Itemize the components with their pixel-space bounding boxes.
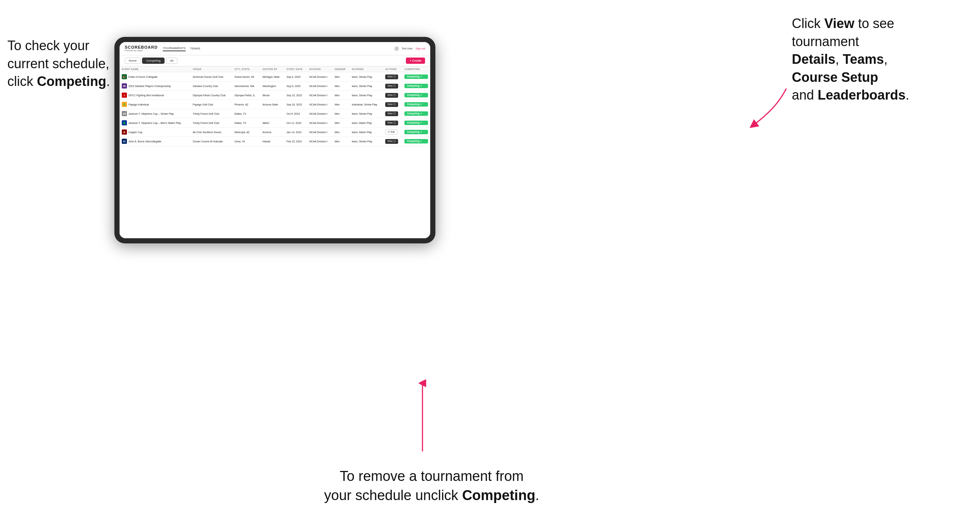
event-name-cell-2: I OFCC Fighting Illini Invitational	[119, 91, 190, 100]
event-name-cell-6: A Copper Cup	[119, 128, 190, 137]
header-right: Test User Sign out	[395, 46, 425, 51]
start-date-cell-3: Sep 18, 2023	[285, 100, 307, 109]
actions-cell-6: ✏ Edit	[383, 128, 402, 137]
table-row: JS Jackson T. Stephens Cup – Stroke Play…	[119, 109, 430, 118]
competing-cell-6[interactable]: Competing ✓	[402, 128, 430, 137]
event-name-cell-5: 🌲 Jackson T. Stephens Cup – Men's Match …	[119, 118, 190, 128]
start-date-cell-7: Feb 15, 2024	[285, 137, 307, 146]
arrow-right-to-view	[746, 85, 790, 129]
competing-badge-2[interactable]: Competing ✓	[404, 93, 428, 97]
venue-cell-1: Sahalee Country Club	[190, 81, 232, 91]
division-cell-4: NCAA Division I	[307, 109, 332, 118]
competing-cell-0[interactable]: Competing ✓	[402, 72, 430, 81]
table-row: H John A. Burns Intercollegiate Ocean Co…	[119, 137, 430, 146]
view-button-2[interactable]: View ⓘ	[385, 93, 398, 98]
hosted-by-cell-2: Illinois	[260, 91, 284, 100]
scoring-cell-4: team, Stroke Play	[349, 109, 383, 118]
table-row: 🌲 Jackson T. Stephens Cup – Men's Match …	[119, 118, 430, 128]
table-row: A Copper Cup Ak-Chin Southern DunesMaric…	[119, 128, 430, 137]
competing-cell-4[interactable]: Competing ✓	[402, 109, 430, 118]
create-button[interactable]: + Create	[406, 57, 425, 64]
gender-cell-4: Men	[332, 109, 350, 118]
filter-competing[interactable]: Competing	[142, 57, 165, 64]
scoring-cell-6: team, Match Play	[349, 128, 383, 137]
table-row: I OFCC Fighting Illini Invitational Olym…	[119, 91, 430, 100]
nav-teams[interactable]: TEAMS	[190, 46, 200, 51]
col-competing: COMPETING	[402, 67, 430, 72]
actions-cell-1: View ⓘ	[383, 81, 402, 91]
edit-button-6[interactable]: ✏ Edit	[385, 129, 398, 135]
competing-cell-3[interactable]: Competing ✓	[402, 100, 430, 109]
competing-cell-5[interactable]: Competing ✓	[402, 118, 430, 128]
event-name-2: OFCC Fighting Illini Invitational	[129, 94, 164, 97]
event-name-3: Papago Individual	[129, 103, 149, 106]
logo-title: SCOREBOARD	[125, 45, 158, 49]
division-cell-6: NCAA Division I	[307, 128, 332, 137]
start-date-cell-6: Jan 14, 2024	[285, 128, 307, 137]
view-button-4[interactable]: View ⓘ	[385, 111, 398, 116]
table-row: 🦅 Folds of Honor Collegiate American Dun…	[119, 72, 430, 81]
competing-cell-2[interactable]: Competing ✓	[402, 91, 430, 100]
table-row: 🌵 Papago Individual Papago Golf ClubPhoe…	[119, 100, 430, 109]
venue-cell-7: Ocean Course At Hokuala	[190, 137, 232, 146]
venue-cell-0: American Dunes Golf Club	[190, 72, 232, 81]
annotation-bottom: To remove a tournament fromyour schedule…	[302, 467, 561, 505]
hosted-by-cell-6: Arizona	[260, 128, 284, 137]
tablet-frame: SCOREBOARD Powered by clippd TOURNAMENTS…	[115, 37, 435, 243]
competing-badge-7[interactable]: Competing ✓	[404, 139, 428, 143]
competing-cell-7[interactable]: Competing ✓	[402, 137, 430, 146]
col-scoring: SCORING	[349, 67, 383, 72]
events-table: EVENT NAME VENUE CITY, STATE HOSTED BY S…	[119, 67, 430, 146]
scoring-cell-0: team, Stroke Play	[349, 72, 383, 81]
event-name-cell-3: 🌵 Papago Individual	[119, 100, 190, 109]
logo-subtitle: Powered by clippd	[125, 49, 158, 52]
view-button-0[interactable]: View ⓘ	[385, 75, 398, 79]
venue-cell-2: Olympia Fields Country Club	[190, 91, 232, 100]
view-button-5[interactable]: View ⓘ	[385, 121, 398, 125]
team-logo-4: JS	[122, 111, 127, 116]
team-logo-1: W	[122, 83, 127, 89]
gender-cell-0: Men	[332, 72, 350, 81]
gender-cell-5: Men	[332, 118, 350, 128]
competing-badge-0[interactable]: Competing ✓	[404, 75, 428, 79]
annotation-top-right: Click View to seetournamentDetails, Team…	[792, 15, 976, 104]
competing-badge-5[interactable]: Competing ✓	[404, 121, 428, 125]
start-date-cell-2: Sep 15, 2023	[285, 91, 307, 100]
event-name-cell-0: 🦅 Folds of Honor Collegiate	[119, 72, 190, 81]
division-cell-0: NCAA Division I	[307, 72, 332, 81]
scoring-cell-7: team, Stroke Play	[349, 137, 383, 146]
view-button-3[interactable]: View ⓘ	[385, 102, 398, 107]
team-logo-0: 🦅	[122, 74, 127, 79]
filter-home[interactable]: Home	[125, 57, 141, 64]
division-cell-2: NCAA Division I	[307, 91, 332, 100]
team-logo-2: I	[122, 92, 127, 98]
gender-cell-7: Men	[332, 137, 350, 146]
scoring-cell-2: team, Stroke Play	[349, 91, 383, 100]
city-state-cell-4: Dallas, TX	[232, 109, 260, 118]
competing-badge-6[interactable]: Competing ✓	[404, 130, 428, 134]
competing-badge-3[interactable]: Competing ✓	[404, 102, 428, 106]
scoring-cell-3: individual, Stroke Play	[349, 100, 383, 109]
filter-all[interactable]: All	[166, 57, 178, 64]
sign-out-link[interactable]: Sign out	[415, 47, 425, 50]
col-hosted-by: HOSTED BY	[260, 67, 284, 72]
actions-cell-3: View ⓘ	[383, 100, 402, 109]
competing-badge-4[interactable]: Competing ✓	[404, 111, 428, 116]
tournament-table: EVENT NAME VENUE CITY, STATE HOSTED BY S…	[119, 67, 430, 238]
city-state-cell-6: Maricopa, AZ	[232, 128, 260, 137]
gender-cell-3: Men	[332, 100, 350, 109]
division-cell-3: NCAA Division I	[307, 100, 332, 109]
arrow-bottom-up	[419, 379, 426, 453]
filter-bar: Home Competing All + Create	[119, 55, 430, 67]
view-button-1[interactable]: View ⓘ	[385, 84, 398, 89]
nav-tournaments[interactable]: TOURNAMENTS	[163, 46, 186, 51]
view-button-7[interactable]: View ⓘ	[385, 139, 398, 144]
hosted-by-cell-3: Arizona State	[260, 100, 284, 109]
event-name-6: Copper Cup	[129, 131, 142, 133]
city-state-cell-7: Lihue, HI	[232, 137, 260, 146]
division-cell-7: NCAA Division I	[307, 137, 332, 146]
competing-cell-1[interactable]: Competing ✓	[402, 81, 430, 91]
gender-cell-1: Men	[332, 81, 350, 91]
team-logo-6: A	[122, 129, 127, 135]
competing-badge-1[interactable]: Competing ✓	[404, 84, 428, 88]
